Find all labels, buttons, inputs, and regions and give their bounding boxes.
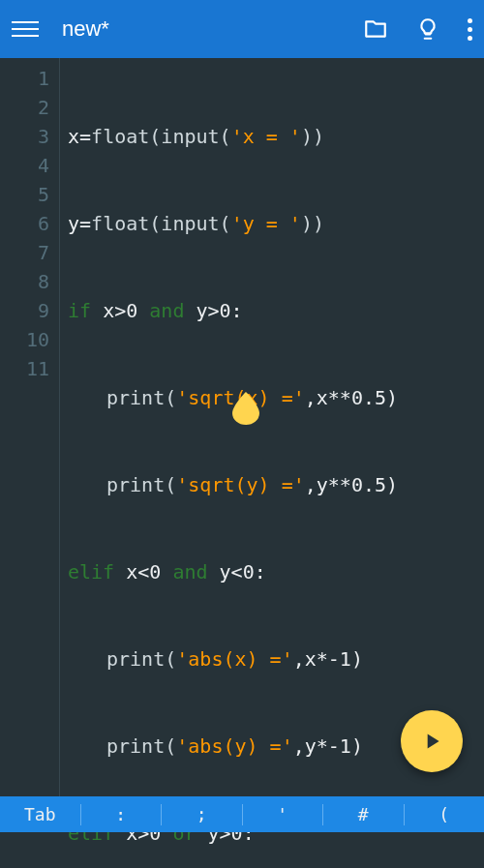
editor-area: 1 2 3 4 5 6 7 8 9 10 11 x=float(input('x… [0, 58, 484, 832]
line-number: 1 [0, 64, 49, 93]
divider [404, 804, 405, 825]
run-button[interactable] [401, 710, 463, 772]
code-line: elif x<0 and y<0: [68, 557, 398, 586]
menu-icon[interactable] [12, 15, 39, 43]
line-number: 2 [0, 93, 49, 122]
divider [322, 804, 323, 825]
code-editor[interactable]: 1 2 3 4 5 6 7 8 9 10 11 x=float(input('x… [0, 58, 484, 832]
divider [242, 804, 243, 825]
line-number: 3 [0, 122, 49, 151]
line-number: 9 [0, 296, 49, 325]
code-content[interactable]: x=float(input('x = ')) y=float(input('y … [60, 58, 398, 832]
line-number: 7 [0, 238, 49, 267]
line-number: 11 [0, 354, 49, 383]
more-icon[interactable] [468, 18, 472, 41]
code-line: y=float(input('y = ')) [68, 209, 398, 238]
code-line: if x>0 and y>0: [68, 296, 398, 325]
key-tab[interactable]: Tab [0, 804, 80, 824]
code-line: print('abs(y) =',y*-1) [68, 732, 398, 761]
code-line: x=float(input('x = ')) [68, 122, 398, 151]
line-gutter: 1 2 3 4 5 6 7 8 9 10 11 [0, 58, 60, 832]
header-actions [363, 16, 472, 42]
line-number: 6 [0, 209, 49, 238]
key-paren[interactable]: ( [405, 804, 485, 824]
line-number: 4 [0, 151, 49, 180]
key-hash[interactable]: # [323, 804, 404, 824]
code-line: print('sqrt(x) =',x**0.5) [68, 383, 398, 412]
key-semicolon[interactable]: ; [162, 804, 242, 824]
line-number: 10 [0, 325, 49, 354]
folder-icon[interactable] [363, 16, 388, 42]
code-line: print('sqrt(y) =',y**0.5) [68, 470, 398, 499]
line-number: 5 [0, 180, 49, 209]
bulb-icon[interactable] [415, 16, 440, 42]
divider [80, 804, 81, 825]
key-quote[interactable]: ' [243, 804, 323, 824]
line-number: 8 [0, 267, 49, 296]
code-line: print('abs(x) =',x*-1) [68, 644, 398, 673]
shortcut-bar: Tab : ; ' # ( [0, 796, 484, 832]
play-icon [419, 729, 444, 754]
key-colon[interactable]: : [81, 804, 162, 824]
file-title: new* [62, 16, 363, 42]
app-header: new* [0, 0, 484, 58]
divider [161, 804, 162, 825]
